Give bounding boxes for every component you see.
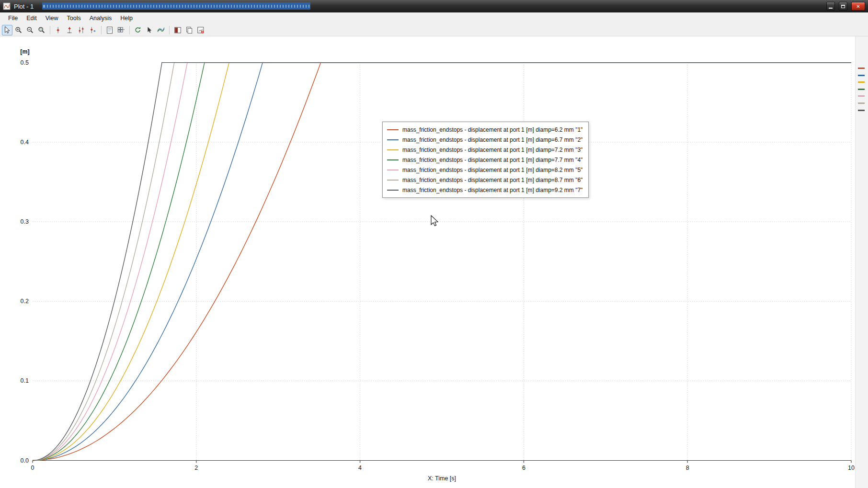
toolbar-separator	[101, 26, 102, 34]
legend-entry-label: mass_friction_endstops - displacement at…	[402, 167, 582, 173]
svg-text:0: 0	[31, 465, 34, 471]
page-layout-icon[interactable]	[104, 25, 115, 35]
split-view-icon[interactable]	[172, 25, 183, 35]
plot-window: 02468100.00.10.20.30.40.5 [m] X: Time [s…	[0, 0, 868, 488]
x-axis	[33, 461, 851, 463]
toolbar-separator	[50, 26, 50, 34]
curve-color-tab-6[interactable]	[858, 102, 865, 104]
y-axis-unit-label: [m]	[14, 48, 35, 55]
curve-properties-icon[interactable]	[156, 25, 166, 35]
svg-text:0.1: 0.1	[21, 377, 29, 384]
legend-line-sample	[387, 149, 399, 150]
svg-text:4: 4	[358, 465, 362, 471]
legend-line-sample	[387, 129, 399, 130]
legend-line-sample	[387, 170, 399, 170]
legend-entry-label: mass_friction_endstops - displacement at…	[402, 147, 582, 153]
menu-bar: FileEditViewToolsAnalysisHelp	[0, 12, 868, 24]
zoom-region-icon[interactable]	[36, 25, 47, 35]
menu-item-file[interactable]: File	[4, 13, 22, 23]
svg-text:6: 6	[522, 465, 525, 471]
menu-item-tools[interactable]: Tools	[63, 13, 85, 23]
toolbar-separator	[129, 26, 130, 34]
document-path-highlight	[42, 2, 310, 10]
zoom-in-icon[interactable]	[13, 25, 24, 35]
legend-entry-3[interactable]: mass_friction_endstops - displacement at…	[387, 145, 582, 155]
legend-entry-6[interactable]: mass_friction_endstops - displacement at…	[387, 175, 582, 185]
curve-color-tab-4[interactable]	[858, 89, 865, 90]
legend-entry-label: mass_friction_endstops - displacement at…	[402, 187, 582, 193]
legend-entry-label: mass_friction_endstops - displacement at…	[402, 126, 582, 133]
toolbar	[0, 24, 868, 36]
legend-entry-1[interactable]: mass_friction_endstops - displacement at…	[387, 125, 582, 135]
legend-entry-label: mass_friction_endstops - displacement at…	[402, 177, 582, 183]
copy-icon[interactable]	[184, 25, 194, 35]
svg-text:0.0: 0.0	[21, 457, 29, 464]
maximize-button[interactable]	[839, 2, 847, 11]
pick-arrow-icon[interactable]	[144, 25, 155, 35]
grid-layout-icon[interactable]	[116, 25, 126, 35]
legend-entry-label: mass_friction_endstops - displacement at…	[402, 136, 582, 143]
window-title: Plot - 1	[14, 3, 34, 10]
legend-entry-label: mass_friction_endstops - displacement at…	[402, 157, 582, 163]
double-cursor-icon[interactable]	[76, 25, 87, 35]
select-cursor-icon[interactable]	[2, 25, 12, 35]
svg-text:0.3: 0.3	[21, 218, 29, 225]
plot-legend[interactable]: mass_friction_endstops - displacement at…	[382, 122, 589, 198]
svg-text:0.4: 0.4	[21, 139, 29, 146]
legend-entry-2[interactable]: mass_friction_endstops - displacement at…	[387, 135, 582, 145]
legend-line-sample	[387, 139, 399, 140]
plot-canvas[interactable]: 02468100.00.10.20.30.40.5	[0, 0, 868, 488]
toolbar-separator	[169, 26, 170, 34]
mouse-cursor	[431, 215, 441, 227]
svg-text:8: 8	[686, 465, 689, 471]
marker-cursor-icon[interactable]	[65, 25, 75, 35]
curve-color-tab-7[interactable]	[858, 110, 865, 111]
legend-line-sample	[387, 159, 399, 160]
right-edge-panel	[855, 12, 868, 488]
legend-entry-7[interactable]: mass_friction_endstops - displacement at…	[387, 185, 582, 195]
curve-color-tab-1[interactable]	[858, 68, 865, 69]
tick-labels: 02468100.00.10.20.30.40.5	[21, 59, 855, 471]
title-bar[interactable]: Plot - 1 ✕	[0, 0, 868, 12]
menu-item-edit[interactable]: Edit	[22, 13, 41, 23]
curve-color-tab-2[interactable]	[858, 75, 865, 76]
menu-item-analysis[interactable]: Analysis	[85, 13, 116, 23]
export-icon[interactable]	[195, 25, 206, 35]
menu-item-help[interactable]: Help	[116, 13, 137, 23]
refresh-icon[interactable]	[133, 25, 143, 35]
svg-text:0.2: 0.2	[21, 298, 29, 305]
minimize-button[interactable]	[826, 2, 835, 11]
measure-cursor-icon[interactable]	[53, 25, 64, 35]
x-axis-label: X: Time [s]	[33, 475, 851, 482]
legend-line-sample	[387, 190, 399, 191]
svg-text:10: 10	[848, 465, 855, 471]
zoom-out-icon[interactable]	[25, 25, 35, 35]
curve-color-tab-3[interactable]	[858, 81, 865, 83]
svg-text:2: 2	[194, 465, 198, 471]
difference-cursor-icon[interactable]	[88, 25, 98, 35]
svg-text:0.5: 0.5	[21, 59, 29, 66]
close-button[interactable]: ✕	[851, 2, 865, 11]
plot-app-icon	[3, 2, 11, 10]
legend-entry-5[interactable]: mass_friction_endstops - displacement at…	[387, 165, 582, 175]
curve-color-tab-5[interactable]	[858, 95, 865, 97]
legend-line-sample	[387, 180, 399, 181]
legend-entry-4[interactable]: mass_friction_endstops - displacement at…	[387, 155, 582, 165]
menu-item-view[interactable]: View	[41, 13, 63, 23]
